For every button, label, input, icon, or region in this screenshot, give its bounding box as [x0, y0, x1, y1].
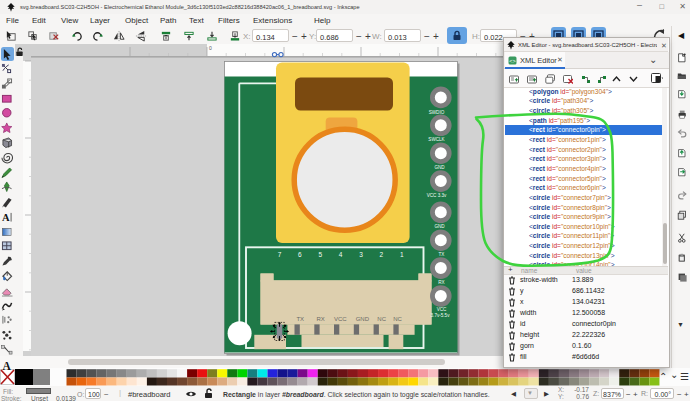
svg-text:TX: TX	[296, 316, 304, 322]
svg-text:GND: GND	[434, 224, 445, 229]
svg-text:3.7v-5.5v: 3.7v-5.5v	[431, 313, 451, 318]
svg-text:6: 6	[298, 251, 302, 258]
svg-text:<>: <>	[509, 58, 515, 64]
svg-text:GND: GND	[356, 316, 370, 322]
svg-text:VCC: VCC	[334, 316, 347, 322]
svg-text:5: 5	[318, 251, 322, 258]
svg-text:TX: TX	[439, 252, 445, 257]
svg-text:NC: NC	[377, 316, 386, 322]
svg-text:SWDIO: SWDIO	[429, 110, 445, 115]
svg-text:RX: RX	[316, 316, 324, 322]
svg-text:NC: NC	[393, 316, 402, 322]
svg-text:A: A	[2, 359, 11, 370]
svg-text:1: 1	[400, 251, 404, 258]
svg-text:GND: GND	[434, 165, 445, 170]
svg-text:VCC 3.3v: VCC 3.3v	[427, 193, 447, 198]
svg-text:A: A	[2, 211, 10, 222]
svg-text:VCC: VCC	[437, 307, 447, 312]
svg-text:RX: RX	[438, 280, 444, 285]
svg-text:2: 2	[380, 251, 384, 258]
svg-text:4: 4	[339, 251, 343, 258]
svg-text:7: 7	[278, 251, 282, 258]
svg-text:3: 3	[359, 251, 363, 258]
svg-text:SWCLK: SWCLK	[428, 137, 445, 142]
